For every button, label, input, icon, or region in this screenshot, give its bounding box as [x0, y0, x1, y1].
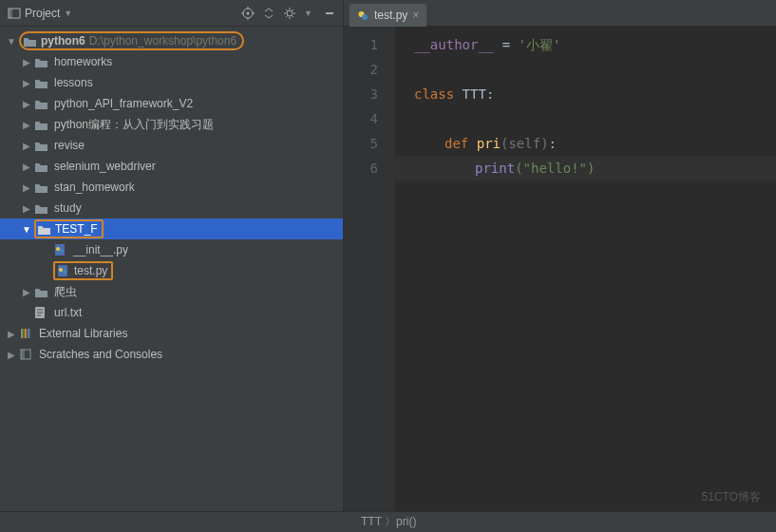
folder-label: selenium_webdriver — [51, 160, 156, 173]
svg-rect-1 — [9, 9, 12, 18]
project-tree: ▼ python6 D:\python_workshop\python6 ▶ho… — [0, 27, 343, 511]
code-token: def — [445, 136, 477, 151]
code-token: '小翟' — [519, 37, 561, 52]
code-token: = — [494, 37, 518, 52]
folder-icon — [23, 35, 38, 48]
line-number: 6 — [350, 156, 378, 180]
tree-scratches[interactable]: ▶ Scratches and Consoles — [0, 344, 343, 365]
folder-icon — [34, 77, 49, 89]
tree-file-url[interactable]: url.txt — [0, 302, 343, 323]
code-token: class — [414, 86, 463, 102]
breadcrumb[interactable]: TTT 〉pri() — [0, 511, 776, 532]
tree-external-libraries[interactable]: ▶ External Libraries — [0, 323, 343, 344]
folder-icon — [34, 286, 49, 298]
tree-folder[interactable]: ▶homeworks — [0, 51, 343, 72]
tree-folder[interactable]: ▶lessons — [0, 72, 343, 93]
folder-label: python编程：从入门到实践习题 — [51, 117, 214, 133]
root-name: python6 — [38, 34, 85, 48]
svg-point-19 — [56, 247, 60, 251]
gear-icon[interactable] — [283, 7, 296, 20]
svg-point-3 — [247, 11, 250, 14]
chevron-right-icon[interactable]: ▶ — [21, 287, 32, 297]
svg-point-34 — [362, 14, 368, 20]
folder-label: python_API_framework_V2 — [51, 97, 193, 110]
chevron-right-icon[interactable]: ▶ — [21, 57, 32, 67]
svg-point-20 — [60, 249, 64, 253]
chevron-down-icon[interactable]: ▼ — [21, 224, 32, 235]
svg-rect-32 — [21, 350, 25, 359]
chevron-right-icon[interactable]: ▶ — [21, 162, 32, 172]
code-token: : — [486, 86, 494, 102]
file-label: url.txt — [51, 306, 82, 319]
chevron-right-icon[interactable]: ▶ — [21, 99, 32, 109]
tree-folder[interactable]: ▶stan_homework — [0, 177, 343, 198]
folder-label: study — [51, 201, 82, 215]
file-label: __init__.py — [70, 243, 128, 256]
line-number: 3 — [350, 82, 378, 106]
svg-rect-29 — [25, 329, 28, 338]
watermark: 51CTO博客 — [702, 489, 761, 505]
folder-icon — [34, 161, 49, 173]
svg-line-13 — [286, 10, 288, 11]
code-token: __author__ — [414, 37, 494, 52]
chevron-right-icon[interactable]: ▶ — [6, 350, 17, 360]
tree-folder-crawler[interactable]: ▶ 爬虫 — [0, 281, 343, 302]
svg-point-23 — [63, 270, 66, 274]
svg-line-15 — [286, 15, 288, 17]
folder-label: stan_homework — [51, 180, 135, 194]
folder-label: 爬虫 — [51, 284, 77, 300]
scratches-label: Scratches and Consoles — [36, 348, 162, 361]
folder-label: TEST_F — [52, 222, 98, 236]
code-content[interactable]: __author__ = '小翟' class TTT: def pri(sel… — [395, 27, 776, 511]
editor-tab-testpy[interactable]: test.py × — [350, 4, 426, 27]
folder-label: homeworks — [51, 55, 112, 68]
library-icon — [19, 327, 34, 340]
project-sidebar: Project ▼ ▼ ▼ — [0, 0, 344, 511]
line-number: 5 — [350, 131, 378, 156]
locate-icon[interactable] — [241, 7, 255, 20]
folder-label: revise — [51, 139, 85, 152]
folder-icon — [34, 202, 49, 215]
folder-icon — [34, 181, 49, 194]
close-icon[interactable]: × — [412, 9, 419, 22]
chevron-right-icon[interactable]: ▶ — [21, 78, 32, 88]
tree-root[interactable]: ▼ python6 D:\python_workshop\python6 — [0, 30, 343, 51]
file-label: test.py — [71, 264, 107, 277]
tree-folder[interactable]: ▶study — [0, 198, 343, 218]
code-token: TTT — [463, 86, 486, 102]
python-file-icon — [56, 264, 71, 277]
folder-icon — [34, 140, 49, 152]
code-token: (self) — [501, 136, 549, 151]
gear-dropdown-icon[interactable]: ▼ — [304, 9, 312, 18]
project-tool-icon — [8, 7, 21, 20]
chevron-down-icon[interactable]: ▼ — [6, 36, 17, 47]
svg-point-22 — [59, 268, 63, 272]
hide-icon[interactable] — [324, 8, 335, 19]
editor-area: test.py × 1 2 3 4 5 6 __author__ = '小翟' … — [344, 0, 776, 511]
chevron-right-icon[interactable]: ▶ — [21, 120, 32, 130]
tree-folder[interactable]: ▶selenium_webdriver — [0, 156, 343, 177]
collapse-icon[interactable] — [262, 7, 275, 20]
python-file-icon — [357, 10, 369, 22]
line-number: 2 — [350, 57, 378, 82]
tree-folder[interactable]: ▶python编程：从入门到实践习题 — [0, 114, 343, 135]
code-token: : — [549, 136, 557, 151]
tree-file-test[interactable]: test.py — [0, 260, 343, 281]
text-file-icon — [34, 306, 49, 319]
line-number: 1 — [350, 32, 378, 57]
chevron-right-icon[interactable]: ▶ — [6, 329, 17, 339]
code-token: pri — [477, 136, 501, 151]
python-file-icon — [53, 243, 68, 256]
folder-icon — [34, 98, 49, 110]
tree-file-init[interactable]: __init__.py — [0, 239, 343, 260]
chevron-right-icon[interactable]: ▶ — [21, 141, 32, 151]
tree-folder[interactable]: ▶python_API_framework_V2 — [0, 93, 343, 114]
chevron-right-icon[interactable]: ▶ — [21, 203, 32, 214]
chevron-right-icon[interactable]: ▶ — [21, 182, 32, 193]
svg-rect-30 — [28, 329, 30, 338]
dropdown-arrow-icon[interactable]: ▼ — [64, 9, 72, 18]
line-gutter[interactable]: 1 2 3 4 5 6 — [344, 27, 395, 511]
tree-folder-test-f[interactable]: ▼ TEST_F — [0, 218, 343, 239]
tree-folder[interactable]: ▶revise — [0, 135, 343, 156]
svg-line-16 — [293, 10, 294, 11]
